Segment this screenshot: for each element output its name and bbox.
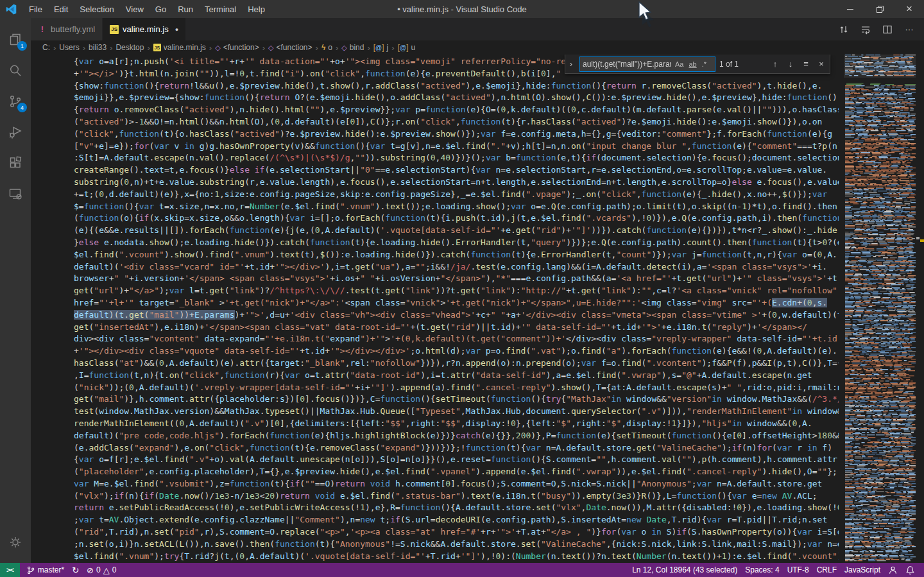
git-branch-item[interactable]: master* (22, 563, 68, 577)
word-wrap-icon[interactable] (860, 24, 871, 35)
code-line[interactable]: ["v"+e]=e});for(var v in g)g.hasOwnPrope… (74, 141, 839, 153)
search-icon[interactable] (0, 55, 31, 86)
breadcrumb-item-o[interactable]: ϟo (321, 43, 332, 52)
code-line[interactable]: div><div class="vcontent" data-expand="'… (74, 333, 839, 345)
code-line[interactable]: hasClass("at")&&(0,A.default)(e).attr({t… (74, 357, 839, 370)
code-line[interactable]: ("click",function(t){o.hasClass("actived… (74, 128, 839, 141)
breadcrumb-item-j[interactable]: [@]j (373, 43, 389, 52)
feedback-icon[interactable] (884, 563, 902, 577)
code-line[interactable]: default)(t.get("mail"))+E.params)+'">',d… (74, 309, 839, 322)
whole-word-icon[interactable]: ab (687, 60, 697, 68)
code-line[interactable]: ,I=function(t,n){t.on("click",function(r… (74, 370, 839, 382)
code-line[interactable]: {return o.removeClass("actived"),n.hide(… (74, 104, 839, 116)
code-line[interactable]: browser+" "+i.version+'</span> <span cla… (74, 273, 839, 285)
code-line[interactable]: $emoji}},e.$preview={show:function(){ret… (74, 92, 839, 104)
minimap[interactable] (844, 55, 916, 562)
sync-item[interactable]: ↻ (68, 563, 83, 577)
breadcrumb-item-function[interactable]: ◇<function> (215, 43, 259, 52)
code-line[interactable]: href="'+l+'" target="_blank" >'+t.get("n… (74, 297, 839, 309)
menu-go[interactable]: Go (150, 0, 172, 18)
code-line[interactable]: $el.find(".vnum");try{T.rid?j(t,(0,A.def… (74, 551, 839, 563)
restore-button[interactable] (865, 0, 894, 18)
find-close-icon[interactable]: × (816, 58, 827, 70)
eol-item[interactable]: CRLF (813, 563, 841, 577)
menu-run[interactable]: Run (172, 0, 199, 18)
code-line[interactable]: {var o=f[r];e.$el.find(".v"+o).val(A.def… (74, 454, 839, 466)
find-expand-icon[interactable]: › (567, 59, 576, 69)
tab-valine.min.js[interactable]: JSvaline.min.js● (103, 18, 186, 40)
find-next-icon[interactable]: ↓ (785, 58, 796, 70)
code-line[interactable]: (e.addClass("expand"),e.on("click",funct… (74, 442, 839, 454)
menu-edit[interactable]: Edit (48, 0, 74, 18)
code-line[interactable]: +'"></div><div class="vquote" data-self-… (74, 345, 839, 357)
code-line[interactable]: substring(0,n)+t+e.value.substring(r,e.v… (74, 177, 839, 189)
match-case-icon[interactable]: Aa (674, 60, 685, 68)
run-and-debug-icon[interactable] (0, 117, 31, 148)
code-line[interactable]: ("vlx");if(n){if(Date.now()/1e3-n/1e3<20… (74, 490, 839, 503)
minimap-slider[interactable] (844, 55, 916, 78)
breadcrumb-item-Users[interactable]: Users (59, 43, 79, 52)
code-line[interactable]: ;var t=AV.Object.extend(e.config.clazzNa… (74, 514, 839, 526)
code-line[interactable]: test(window.MathJax.version)&&MathJax.ty… (74, 406, 839, 418)
breadcrumb-item-bind[interactable]: ◇bind (341, 43, 364, 52)
more-actions-icon[interactable]: ··· (903, 24, 915, 35)
code-line[interactable]: (e){(e&&e.results||[]).forEach(function(… (74, 225, 839, 237)
code-line[interactable]: :S[t]=A.default.escape(n.val().replace(/… (74, 152, 839, 164)
code-line[interactable]: ;n.set(o,i)}n.setACL(L()),n.save().then(… (74, 538, 839, 551)
code-line[interactable]: +=t;(0,d.default)(e)},x={no:1,size:e.con… (74, 189, 839, 201)
code-line[interactable]: $=function(){var t=x.size,n=x.no,r=Numbe… (74, 201, 839, 213)
extensions-icon[interactable] (0, 148, 31, 178)
minimize-button[interactable]: ─ (835, 0, 865, 18)
code-line[interactable]: {show:function(){return!l&&u(),e.$previe… (74, 80, 839, 92)
problems-item[interactable]: ⊘ 0 △ 0 (83, 563, 120, 577)
explorer-icon[interactable]: 1 (0, 24, 31, 55)
editor[interactable]: {var o=a[r];n.push('<i title="'+r+'" dat… (31, 55, 924, 563)
breadcrumb-item-valineminjs[interactable]: JSvaline.min.js (153, 43, 206, 52)
remote-indicator[interactable]: >< (0, 563, 20, 577)
modified-dot-icon[interactable]: ● (175, 26, 178, 33)
code-line[interactable]: }else e.nodata.show();e.loading.hide()})… (74, 237, 839, 249)
code-line[interactable]: ("rid",T.rid),n.set("pid",r),S.comment=O… (74, 526, 839, 538)
breadcrumb-item-Desktop[interactable]: Desktop (116, 43, 144, 52)
breadcrumb-item-function[interactable]: ◇<function> (268, 43, 312, 52)
settings-gear-icon[interactable] (0, 527, 31, 558)
code-line[interactable]: createRange().text=t,e.focus()}else if(e… (74, 164, 839, 177)
code-area[interactable]: {var o=a[r];n.push('<i title="'+r+'" dat… (74, 56, 839, 562)
code-line[interactable]: var M=e.$el.find(".vsubmit"),z=function(… (74, 478, 839, 490)
cursor-position-item[interactable]: Ln 12, Col 18964 (43 selected) (628, 563, 741, 577)
remote-explorer-icon[interactable] (0, 178, 31, 209)
breadcrumb-item-C[interactable]: C: (42, 43, 50, 52)
code-line[interactable]: ("nick"));(0,A.default)('.vreply-wrapper… (74, 382, 839, 394)
overview-ruler[interactable] (916, 55, 924, 563)
menu-file[interactable]: File (23, 0, 48, 18)
indentation-item[interactable]: Spaces: 4 (741, 563, 783, 577)
code-line[interactable]: ("actived")>-1&&O!=n.html()&&n.html(O),(… (74, 116, 839, 128)
code-line[interactable]: default)("pre code,code.hljs").forEach(f… (74, 430, 839, 442)
notifications-bell-icon[interactable] (902, 563, 919, 577)
encoding-item[interactable]: UTF-8 (783, 563, 813, 577)
menu-terminal[interactable]: Terminal (199, 0, 242, 18)
find-input[interactable] (583, 60, 671, 69)
code-line[interactable]: renderMathInElement((0,A.default)(".v")[… (74, 418, 839, 430)
source-control-icon[interactable]: 4 (0, 86, 31, 117)
open-changes-icon[interactable] (838, 24, 850, 35)
regex-icon[interactable]: .* (701, 60, 708, 68)
breadcrumb-item-u[interactable]: [@]u (398, 43, 416, 52)
code-line[interactable]: $el.find(".vcount").show().find(".vnum")… (74, 249, 839, 261)
menu-help[interactable]: Help (242, 0, 271, 18)
language-mode-item[interactable]: JavaScript (841, 563, 884, 577)
menu-selection[interactable]: Selection (74, 0, 119, 18)
menu-view[interactable]: View (120, 0, 150, 18)
code-line[interactable]: return e.setPublicReadAccess(!0),e.setPu… (74, 502, 839, 514)
breadcrumb-item-bili33[interactable]: bili33 (89, 43, 107, 52)
find-previous-icon[interactable]: ↑ (769, 58, 781, 70)
code-line[interactable]: ("placeholder",e.config.placeholder),T={… (74, 466, 839, 478)
find-in-selection-icon[interactable]: ≡ (800, 58, 812, 70)
code-line[interactable]: get("insertedAt"),e.i18n)+'</span><span … (74, 322, 839, 334)
split-editor-icon[interactable] (882, 24, 893, 35)
close-button[interactable]: × (894, 0, 924, 18)
code-line[interactable]: get("url")+"</a>");var l=t.get("link")?/… (74, 285, 839, 297)
code-line[interactable]: default)('<div class="vcard" id="'+t.id+… (74, 261, 839, 273)
code-line[interactable]: get("mail")},h.comment.attr({placeholder… (74, 393, 839, 406)
code-line[interactable]: (function(o){if(x.skip=x.size,o&&o.lengt… (74, 212, 839, 225)
